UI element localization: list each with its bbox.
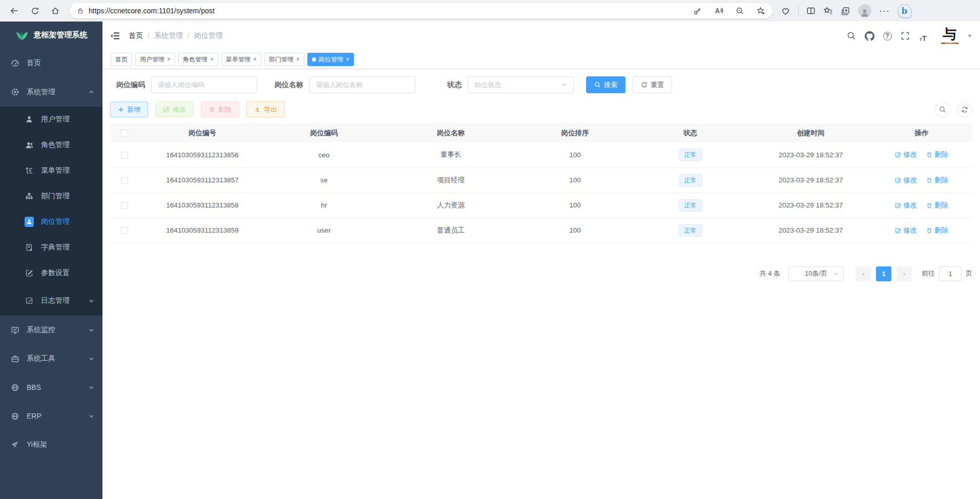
sidebar-item-label: 菜单管理 bbox=[41, 166, 70, 175]
reset-button[interactable]: 重置 bbox=[633, 76, 672, 93]
add-favorite-star-icon[interactable] bbox=[757, 7, 765, 15]
header-search-icon[interactable] bbox=[845, 30, 858, 42]
export-button[interactable]: 导出 bbox=[246, 101, 285, 117]
row-edit-link[interactable]: 修改 bbox=[895, 226, 917, 235]
tab-role-management[interactable]: 角色管理× bbox=[178, 53, 218, 66]
close-icon[interactable]: × bbox=[167, 56, 171, 63]
prev-page-button[interactable]: ‹ bbox=[856, 266, 871, 281]
row-edit-link[interactable]: 修改 bbox=[895, 201, 917, 210]
sidebar-item-home[interactable]: 首页 bbox=[0, 48, 102, 77]
sidebar-item-system[interactable]: 系统管理 bbox=[0, 77, 102, 107]
row-checkbox[interactable] bbox=[121, 177, 128, 184]
browser-back-button[interactable] bbox=[6, 3, 23, 19]
sidebar-item-posts[interactable]: 岗位管理 bbox=[0, 209, 102, 235]
select-all-checkbox[interactable] bbox=[121, 130, 128, 137]
tab-post-management[interactable]: 岗位管理× bbox=[307, 53, 354, 66]
sidebar-item-parameters[interactable]: 参数设置 bbox=[0, 260, 102, 286]
fullscreen-icon[interactable] bbox=[899, 30, 911, 42]
password-key-icon[interactable] bbox=[693, 7, 702, 15]
close-icon[interactable]: × bbox=[346, 56, 349, 63]
tab-dept-management[interactable]: 部门管理× bbox=[264, 53, 304, 66]
post-code-label: 岗位编码 bbox=[110, 80, 145, 90]
post-name-input[interactable] bbox=[309, 76, 415, 93]
sidebar-item-departments[interactable]: 部门管理 bbox=[0, 183, 102, 209]
help-icon[interactable]: ? bbox=[881, 30, 893, 42]
split-screen-icon[interactable] bbox=[806, 6, 816, 15]
refresh-table-button[interactable] bbox=[957, 102, 972, 117]
table-row: 1641030593112313856 ceo 董事长 100 正常 2023-… bbox=[110, 142, 972, 168]
next-page-button[interactable]: › bbox=[896, 266, 912, 281]
cell-post-id: 1641030593112313859 bbox=[138, 218, 266, 243]
sidebar-item-erp[interactable]: ERP bbox=[0, 402, 102, 430]
bing-chat-icon[interactable]: b bbox=[898, 4, 911, 18]
sidebar-item-logs[interactable]: 日志管理 bbox=[0, 286, 102, 316]
row-edit-link[interactable]: 修改 bbox=[895, 150, 917, 159]
sidebar-item-users[interactable]: 用户管理 bbox=[0, 107, 102, 132]
browser-home-button[interactable] bbox=[47, 3, 64, 19]
search-icon bbox=[939, 106, 946, 113]
goto-page-input[interactable] bbox=[939, 266, 962, 281]
sidebar-item-label: ERP bbox=[27, 412, 41, 420]
sidebar-item-menus[interactable]: 菜单管理 bbox=[0, 158, 102, 183]
cell-sort: 100 bbox=[520, 193, 630, 218]
search-button[interactable]: 搜索 bbox=[586, 76, 625, 93]
sidebar-logo[interactable]: 意框架管理系统 bbox=[0, 22, 102, 48]
close-icon[interactable]: × bbox=[210, 56, 214, 63]
row-delete-link[interactable]: 删除 bbox=[926, 176, 948, 185]
collections-icon[interactable] bbox=[841, 6, 850, 16]
breadcrumb-current: 岗位管理 bbox=[194, 31, 223, 40]
refresh-icon bbox=[961, 106, 968, 113]
row-checkbox[interactable] bbox=[121, 227, 128, 234]
close-icon[interactable]: × bbox=[296, 56, 300, 63]
column-code: 岗位编码 bbox=[266, 123, 382, 142]
show-search-toggle-button[interactable] bbox=[935, 102, 950, 117]
row-checkbox[interactable] bbox=[121, 152, 128, 159]
post-code-input[interactable] bbox=[151, 76, 257, 93]
row-edit-link[interactable]: 修改 bbox=[895, 176, 917, 185]
sidebar-item-dictionary[interactable]: 字典管理 bbox=[0, 235, 102, 260]
sidebar-item-tools[interactable]: 系统工具 bbox=[0, 344, 102, 373]
breadcrumb: 首页 / 系统管理 / 岗位管理 bbox=[129, 31, 223, 40]
sidebar-item-bbs[interactable]: BBS bbox=[0, 373, 102, 402]
row-delete-link[interactable]: 删除 bbox=[926, 150, 948, 159]
sidebar-item-yi-framework[interactable]: Yi框架 bbox=[0, 430, 102, 459]
cell-post-id: 1641030593112313858 bbox=[138, 193, 266, 218]
browser-menu-icon[interactable]: ··· bbox=[879, 6, 890, 16]
sidebar-toggle[interactable] bbox=[110, 31, 120, 41]
user-avatar[interactable]: 与 bbox=[939, 26, 961, 46]
cell-post-id: 1641030593112313857 bbox=[138, 168, 266, 193]
status-select[interactable]: 岗位状态 bbox=[468, 76, 574, 93]
sidebar-item-label: 首页 bbox=[27, 58, 41, 68]
avatar-dropdown-caret[interactable] bbox=[967, 33, 972, 38]
row-checkbox[interactable] bbox=[121, 202, 128, 209]
page-number-1[interactable]: 1 bbox=[876, 266, 891, 281]
status-badge: 正常 bbox=[679, 224, 702, 237]
browser-essentials-icon[interactable] bbox=[781, 6, 790, 16]
favorites-hub-icon[interactable] bbox=[823, 6, 833, 16]
tab-home[interactable]: 首页 bbox=[111, 53, 132, 66]
sidebar-item-label: 岗位管理 bbox=[41, 217, 70, 226]
edit-button[interactable]: 修改 bbox=[155, 101, 194, 117]
row-delete-link[interactable]: 删除 bbox=[926, 201, 948, 210]
add-button[interactable]: 新增 bbox=[110, 101, 148, 117]
browser-refresh-button[interactable] bbox=[27, 3, 43, 19]
total-count: 共 4 条 bbox=[760, 269, 780, 278]
pagination: 共 4 条 10条/页 ‹ 1 › 前往 页 bbox=[110, 266, 972, 281]
zoom-out-icon[interactable] bbox=[736, 7, 744, 15]
tab-user-management[interactable]: 用户管理× bbox=[135, 53, 175, 66]
tab-menu-management[interactable]: 菜单管理× bbox=[221, 53, 261, 66]
page-size-select[interactable]: 10条/页 bbox=[788, 266, 844, 281]
gear-icon bbox=[10, 88, 19, 97]
read-aloud-icon[interactable] bbox=[714, 6, 723, 15]
text-size-icon[interactable]: тT bbox=[917, 30, 929, 42]
row-delete-link[interactable]: 删除 bbox=[926, 226, 948, 235]
refresh-icon bbox=[31, 7, 39, 15]
address-bar[interactable]: https://ccnetcore.com:1101/system/post bbox=[70, 3, 773, 18]
browser-profile-avatar[interactable] bbox=[858, 4, 871, 17]
sidebar-item-monitor[interactable]: 系统监控 bbox=[0, 316, 102, 344]
github-icon[interactable] bbox=[863, 30, 875, 42]
breadcrumb-home[interactable]: 首页 bbox=[129, 31, 143, 40]
close-icon[interactable]: × bbox=[253, 56, 257, 63]
sidebar-item-roles[interactable]: 角色管理 bbox=[0, 132, 102, 158]
delete-button[interactable]: 删除 bbox=[201, 101, 239, 117]
